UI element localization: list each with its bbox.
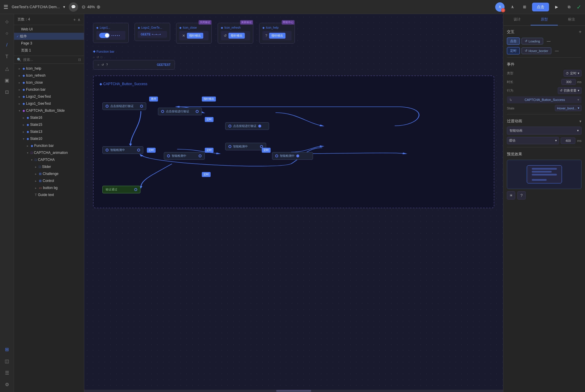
expand-arrow[interactable]: ▾ [31,158,34,161]
pen-tool[interactable]: / [2,40,12,50]
component-icon-refresh[interactable]: 刷新验证 ◆ Icon_refresh ↺ 指针移出 [218,23,253,44]
image-tool[interactable]: ▣ [2,75,12,85]
page-item-page1[interactable]: 页面 1 [14,47,84,54]
layer-item[interactable]: ▸ ◆ Logo1_GeeTest [14,100,84,107]
expand-arrow[interactable]: ▸ [19,102,22,105]
flow-node-2[interactable]: 点击按钮进行验证 [158,108,202,115]
page-item-webui[interactable]: Web UI [14,26,84,33]
tab-annotation[interactable]: 标注 [558,14,585,25]
expand-arrow[interactable]: ▾ [19,109,22,112]
flow-node-5[interactable]: 智能检测中 [164,152,205,160]
flow-node-6[interactable]: 智能检测中 [225,143,266,150]
flow-node-3[interactable]: 点击按钮进行验证 [225,122,269,130]
present-icon[interactable]: ⧉ [564,2,574,12]
chevron-down-icon-4[interactable]: ▾ [579,119,581,123]
expand-arrow[interactable]: ▸ [23,123,26,126]
canvas-scrollbar[interactable] [84,390,503,392]
expand-arrow[interactable]: ▾ [23,137,26,140]
help-btn[interactable]: ? [517,191,526,200]
flow-node-1[interactable]: 点击按钮进行验证 [102,102,146,110]
zoom-minus-button[interactable]: ⊖ [82,4,85,10]
layer-item[interactable]: ▸ ◆ Function bar [14,142,84,149]
avatar[interactable]: A 1 [495,2,505,12]
expand-arrow[interactable]: ▸ [23,130,26,133]
expand-arrow[interactable]: ▸ [35,172,38,176]
remove-timer-button[interactable]: — [555,49,559,53]
page-item-components[interactable]: ✓ 组件 [14,33,84,40]
layer-item[interactable]: ▸ ⊞ Control [14,177,84,184]
layer-item[interactable]: ▸ ◆ State13 [14,128,84,135]
canvas-area[interactable]: ◆ Logo1... • • • • • ◆ Logo2_GeeTe... [84,14,503,392]
layer-item[interactable]: ▾ ◆ State10 [14,135,84,142]
expand-arrow[interactable]: ▸ [35,179,38,183]
flow-node-success[interactable]: 验证通过 [102,186,140,193]
expand-arrow[interactable]: ▸ [35,165,38,169]
assets-panel-toggle[interactable]: ◫ [2,356,12,366]
component-logo2[interactable]: ◆ Logo2_GeeTe... GEETE •—•—• [135,23,170,41]
action-select[interactable]: ↺ 切换变量 ▾ [558,87,581,94]
duration-input[interactable] [561,79,576,85]
move-tool[interactable]: ⊹ [2,16,12,27]
layer-item[interactable]: ▸ ◆ Function bar [14,86,84,93]
component-icon-close[interactable]: 关闭验证 ◆ Icon_close ✕ 指针移出 [176,23,212,44]
expand-icon[interactable]: ▾ [577,98,579,102]
layer-item[interactable]: ▸ ▭ button bg [14,184,84,191]
component-logo1[interactable]: ◆ Logo1... • • • • • [93,23,129,43]
tab-design[interactable]: 设计 [503,14,531,25]
expand-arrow[interactable]: ▸ [19,67,22,70]
layer-item[interactable]: ▸ ◆ Logo2_GeeTest [14,93,84,100]
remove-interaction-button[interactable]: — [547,39,550,43]
layer-item[interactable]: ▸ ◆ State16 [14,114,84,121]
state-select[interactable]: Hover_bord... ▾ [555,105,581,111]
layer-item[interactable]: ▾ ◆ CAPTCHA_Button_Slide [14,107,84,114]
layer-item[interactable]: ▸ ◆ Icon_refresh [14,72,84,79]
tab-prototype[interactable]: 原型 [531,14,558,25]
type-select[interactable]: ⏱ 定时 ▾ [564,70,581,77]
component-tool[interactable]: ⊡ [2,87,12,97]
loading-chip[interactable]: ↺ Loading [522,38,543,44]
component-icon-help[interactable]: 帮助中心 ◆ Icon_help ? 指针移出 [259,23,295,44]
comment-button[interactable]: 💬 [69,2,78,12]
menu-icon[interactable]: ☰ [4,4,8,10]
expand-arrow[interactable]: ▾ [27,151,30,154]
layer-item[interactable]: ▾ □ CAPTCHA_animation [14,149,84,156]
toggle-control[interactable] [99,33,110,38]
zoom-plus-button[interactable]: ⊕ [97,4,100,10]
transition-duration-input[interactable] [561,137,575,144]
scrollbar-thumb[interactable] [276,390,311,392]
layer-item[interactable]: ▸ ◆ Icon_close [14,79,84,86]
font-icon[interactable]: 𝐀 [507,2,517,12]
flow-node-7[interactable]: 智能检测中 [272,152,313,160]
add-interaction-button[interactable]: + [579,29,581,35]
expand-arrow[interactable]: ▸ [23,116,26,119]
frame-tool[interactable]: ○ [2,28,12,39]
layers-panel-toggle[interactable]: ⊞ [2,344,12,355]
page-item-page3[interactable]: Page 3 [14,40,84,47]
function-bar-preview[interactable]: ○ ↺ ? GEETEST [93,60,175,70]
add-page-button[interactable]: + [73,17,76,22]
layer-item[interactable]: ▸ □ Slider [14,163,84,170]
expand-arrow[interactable]: ▸ [19,88,22,91]
expand-arrow[interactable]: ▸ [19,81,22,84]
expand-arrow[interactable]: ▸ [35,186,38,190]
text-tool[interactable]: T [2,51,12,62]
expand-arrow[interactable]: ▸ [27,144,30,147]
light-mode-toggle[interactable]: ☀ [507,191,515,200]
shape-tool[interactable]: △ [2,63,12,74]
layer-item[interactable]: T Guide text [14,191,84,198]
collapse-pages-button[interactable]: ∧ [78,17,80,22]
play-button[interactable]: ▶ [552,2,561,12]
flow-node-4[interactable]: 智能检测中 [102,146,143,154]
click-chip[interactable]: 点击 [507,37,520,45]
expand-arrow[interactable]: ▸ [19,74,22,77]
share-button[interactable]: 点击 [532,3,549,11]
settings-icon[interactable]: ⚙ [2,379,12,390]
filter-icon[interactable]: ⊟ [78,58,81,62]
search-input[interactable] [23,58,76,62]
grid-icon[interactable]: ⊞ [520,2,529,12]
plugins-panel-toggle[interactable]: ☰ [2,367,12,378]
easing-select[interactable]: 缓动 ▾ [507,137,559,144]
layer-item[interactable]: ▾ □ CAPTCHA [14,156,84,163]
timer-chip[interactable]: 定时 [507,47,520,54]
layer-item[interactable]: ▸ ◆ Icon_help [14,65,84,72]
